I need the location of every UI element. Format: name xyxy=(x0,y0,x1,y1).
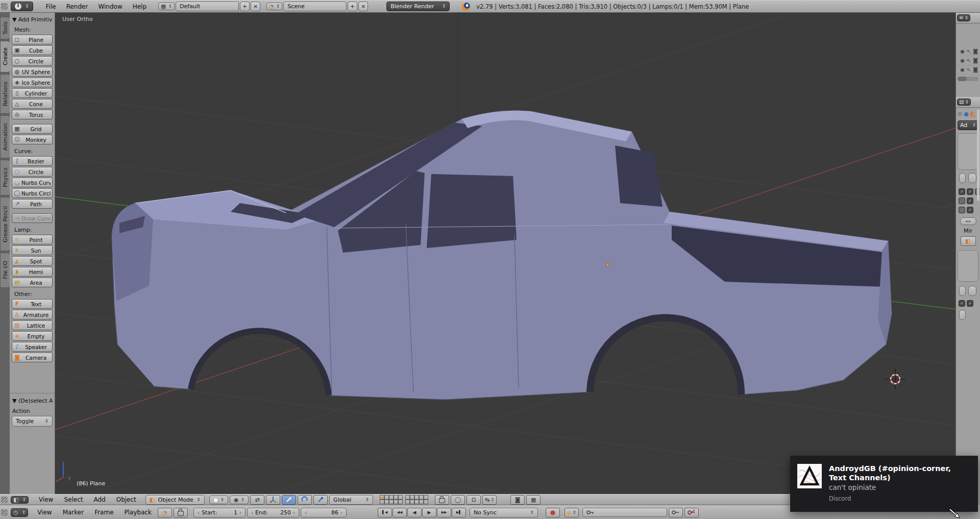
opengl-render-button[interactable]: ◙ xyxy=(510,495,525,505)
properties-editor-dropdown[interactable]: ▤ ⇕ xyxy=(957,98,971,106)
add-path-button[interactable]: ↗Path xyxy=(12,199,53,209)
render-camera-icon[interactable]: ◙ xyxy=(973,58,978,63)
proportional-edit-button[interactable]: ◯ xyxy=(451,495,465,505)
menu-view[interactable]: View xyxy=(34,496,58,503)
axis-tripod-button[interactable] xyxy=(266,495,280,505)
menu-object[interactable]: Object xyxy=(112,496,141,503)
add-nurbs-curve-button[interactable]: ◡Nurbs Curve xyxy=(12,178,53,187)
menu-file[interactable]: File xyxy=(41,3,61,10)
name-field-clipped[interactable]: Ad ⇕ xyxy=(958,120,978,130)
close-scene-button[interactable]: × xyxy=(358,2,368,11)
checkbox[interactable]: ✓ xyxy=(967,188,973,195)
time-sync-button[interactable]: ◔ xyxy=(158,508,172,517)
toggle-pill[interactable] xyxy=(959,173,966,183)
layer-cell[interactable] xyxy=(389,500,394,504)
screen-layout-icon-button[interactable]: ▦ ⇕ xyxy=(158,3,175,10)
menu-help[interactable]: Help xyxy=(128,3,151,10)
layer-cell[interactable] xyxy=(405,495,410,500)
next-keyframe-button[interactable]: ▶▶ xyxy=(437,508,451,517)
checkbox[interactable]: ✓ xyxy=(967,207,973,213)
jump-to-end-button[interactable]: ▶▌ xyxy=(452,508,466,517)
menu-playback[interactable]: Playback xyxy=(120,509,157,516)
render-camera-icon[interactable]: ◙ xyxy=(973,48,978,54)
render-camera-icon[interactable]: ◙ xyxy=(973,67,978,72)
viewport-shading-dropdown[interactable]: ● ⇕ xyxy=(209,496,228,504)
toggle-pill[interactable] xyxy=(959,310,966,320)
menu-select[interactable]: Select xyxy=(59,496,87,503)
outliner-scrollbar[interactable] xyxy=(958,77,978,81)
screen-layout-name-field[interactable]: Default xyxy=(176,2,239,11)
tab-grease-pencil[interactable]: Grease Pencil xyxy=(0,197,10,251)
menu-frame[interactable]: Frame xyxy=(90,509,118,516)
visibility-eye-icon[interactable]: ◉ xyxy=(960,58,965,63)
add-nurbs-circle-button[interactable]: ◯Nurbs Circle xyxy=(12,188,53,198)
tab-physics[interactable]: Physics xyxy=(0,160,10,195)
add-cylinder-button[interactable]: ▯Cylinder xyxy=(12,88,53,98)
layer-cell[interactable] xyxy=(419,495,424,500)
orientation-dropdown[interactable]: Global ⇕ xyxy=(329,495,373,505)
panel-header-deselect-all[interactable]: ▼ (De)select All xyxy=(12,398,53,404)
viewport-canvas[interactable]: y xyxy=(0,13,955,494)
area-corner-widget[interactable] xyxy=(1,497,8,503)
menu-render[interactable]: Render xyxy=(62,3,93,10)
add-lattice-button[interactable]: ▥Lattice xyxy=(12,320,53,330)
object-origin-dot[interactable] xyxy=(606,264,609,266)
layer-cell[interactable] xyxy=(424,495,428,500)
info-editor-dropdown[interactable]: i ⇕ xyxy=(11,2,33,11)
slider-pill[interactable]: ◂ ▸ xyxy=(960,217,976,225)
add-camera-button[interactable]: ◙Camera xyxy=(12,353,53,362)
play-reverse-button[interactable]: ◀ xyxy=(407,508,422,517)
insert-keyframe-button[interactable] xyxy=(669,508,683,517)
increment-arrow-icon[interactable]: › xyxy=(293,510,295,515)
add-cone-button[interactable]: △Cone xyxy=(12,99,53,109)
play-button[interactable]: ▶ xyxy=(422,508,436,517)
pin-icon[interactable]: ⊙ xyxy=(958,111,962,117)
cursor-3d[interactable] xyxy=(885,369,905,389)
selectability-arrow-icon[interactable]: ↖ xyxy=(967,58,971,63)
layer-cell[interactable] xyxy=(414,495,419,500)
add-ico-sphere-button[interactable]: ◈Ico Sphere xyxy=(12,78,53,87)
outliner-row[interactable]: ◉ ↖ ◙ xyxy=(956,65,980,75)
decrement-arrow-icon[interactable]: ‹ xyxy=(198,510,200,515)
add-plane-button[interactable]: ◻Plane xyxy=(12,35,53,44)
area-corner-widget[interactable] xyxy=(1,509,8,516)
selectability-arrow-icon[interactable]: ↖ xyxy=(967,67,971,72)
start-frame-field[interactable]: ‹ Start: 1 › xyxy=(193,508,246,517)
add-text-button[interactable]: FText xyxy=(12,299,53,309)
layer-cell[interactable] xyxy=(389,495,394,500)
toggle-pill[interactable] xyxy=(968,173,976,183)
add-circle-button[interactable]: ○Circle xyxy=(12,56,53,66)
layer-cell[interactable] xyxy=(419,500,424,504)
layer-cell[interactable] xyxy=(384,500,389,504)
add-empty-button[interactable]: +Empty xyxy=(12,331,53,341)
mode-dropdown[interactable]: ◧ Object Mode ⇕ xyxy=(145,495,205,505)
layer-cell[interactable] xyxy=(410,500,414,504)
layer-cell[interactable] xyxy=(380,500,384,504)
object-icon[interactable]: ◧ xyxy=(970,111,975,117)
scene-name-field[interactable]: Scene xyxy=(283,2,347,11)
notification-toast[interactable]: AndroydGB (#opinion-corner, Text Channel… xyxy=(790,456,978,512)
menu-window[interactable]: Window xyxy=(93,3,127,10)
add-armature-button[interactable]: ♙Armature xyxy=(12,310,53,319)
add-cube-button[interactable]: ▣Cube xyxy=(12,45,53,55)
layer-cell[interactable] xyxy=(398,500,403,504)
outliner-editor-dropdown[interactable]: ≡ ⇕ xyxy=(957,14,970,21)
scene-lock-button[interactable] xyxy=(435,495,449,505)
scrollbar-thumb[interactable] xyxy=(958,77,967,81)
menu-add[interactable]: Add xyxy=(89,496,110,503)
keying-set-field[interactable] xyxy=(582,508,667,517)
add-point-lamp-button[interactable]: ☼Point xyxy=(12,235,53,244)
outliner-row[interactable]: ◉ ↖ ◙ xyxy=(956,47,980,56)
menu-marker[interactable]: Marker xyxy=(58,509,88,516)
layer-cell[interactable] xyxy=(405,500,410,504)
add-curve-circle-button[interactable]: ◌Circle xyxy=(12,167,53,177)
checkbox[interactable] xyxy=(959,207,965,213)
decrement-arrow-icon[interactable]: ‹ xyxy=(251,510,253,515)
add-scene-button[interactable]: + xyxy=(348,2,357,11)
scene-icon-button[interactable]: ◔ ⇕ xyxy=(266,3,282,10)
texture-button[interactable]: ◧ xyxy=(961,236,976,246)
add-torus-button[interactable]: ◎Torus xyxy=(12,110,53,119)
checkbox[interactable]: ✓ xyxy=(967,300,973,307)
layer-cell[interactable] xyxy=(384,495,389,500)
pivot-dropdown[interactable]: ◉ ⇕ xyxy=(230,496,249,504)
